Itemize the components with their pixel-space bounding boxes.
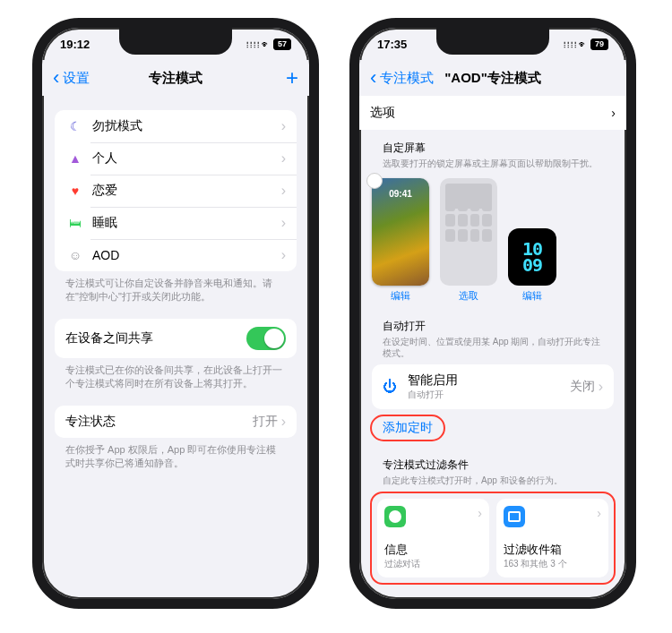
status-time: 19:12 xyxy=(60,38,90,51)
chevron-right-icon: › xyxy=(281,150,286,167)
messages-app-icon xyxy=(384,506,406,527)
face-icon: ☺ xyxy=(65,248,85,262)
chevron-right-icon: › xyxy=(599,379,603,395)
chevron-right-icon: › xyxy=(611,106,616,120)
battery-icon: 57 xyxy=(273,38,291,50)
auto-open-desc: 在设定时间、位置或使用某 App 期间，自动打开此专注模式。 xyxy=(359,336,626,364)
phone-right: 17:35 ⁞⁞⁞⁞ ᯤ 79 专注模式 "AOD"专注模式 选项 › 自定屏幕 xyxy=(349,18,636,609)
add-button[interactable]: + xyxy=(286,67,298,89)
signal-icon: ⁞⁞⁞⁞ ᯤ xyxy=(563,39,587,49)
mode-personal[interactable]: ▲ 个人 › xyxy=(55,142,297,175)
person-icon: ▲ xyxy=(65,151,85,166)
back-button[interactable]: 专注模式 xyxy=(370,70,434,87)
focus-modes-list: ☾ 勿扰模式 › ▲ 个人 › ♥ 恋爱 › xyxy=(55,110,297,271)
modes-footer: 专注模式可让你自定设备并静音来电和通知。请在"控制中心"打开或关闭此功能。 xyxy=(55,271,297,304)
auto-open-header: 自动打开 xyxy=(359,308,626,336)
phone-left: 19:12 ⁞⁞⁞⁞ ᯤ 57 设置 专注模式 + ☾ 勿扰模式 xyxy=(32,18,319,609)
custom-screens-row: 编辑 选取 10 09 xyxy=(359,175,626,308)
chevron-right-icon: › xyxy=(281,118,286,134)
moon-icon: ☾ xyxy=(65,119,85,133)
filters-highlight: › 信息 过滤对话 › 过滤收件箱 xyxy=(370,492,616,585)
smart-activation-row[interactable]: ⏻ 智能启用 自动打开 关闭 › xyxy=(372,364,614,409)
chevron-right-icon: › xyxy=(478,506,482,520)
lock-screen-item[interactable]: 编辑 xyxy=(372,178,429,303)
focus-status-row[interactable]: 专注状态 打开 › xyxy=(55,406,297,438)
mode-aod[interactable]: ☺ AOD › xyxy=(55,239,297,271)
status-footer: 在你授予 App 权限后，App 即可在你使用专注模式时共享你已将通知静音。 xyxy=(55,438,297,471)
nav-bar: 设置 专注模式 + xyxy=(42,60,309,96)
chevron-right-icon: › xyxy=(597,506,601,520)
custom-screens-header: 自定屏幕 xyxy=(359,130,626,158)
home-screen-item[interactable]: 选取 xyxy=(440,178,497,303)
battery-icon: 79 xyxy=(590,38,608,50)
notch xyxy=(119,28,232,55)
custom-screens-desc: 选取要打开的锁定屏幕或主屏幕页面以帮助限制干扰。 xyxy=(359,158,626,175)
power-icon: ⏻ xyxy=(383,379,399,395)
add-schedule-button[interactable]: 添加定时 xyxy=(370,415,445,441)
chevron-right-icon: › xyxy=(281,183,286,199)
notch xyxy=(436,28,549,55)
share-footer: 专注模式已在你的设备间共享，在此设备上打开一个专注模式将同时在所有设备上将其打开… xyxy=(55,358,297,391)
bed-icon: 🛏 xyxy=(65,216,85,230)
filters-desc: 自定此专注模式打开时，App 和设备的行为。 xyxy=(359,475,626,492)
chevron-right-icon: › xyxy=(281,247,286,263)
mode-dnd[interactable]: ☾ 勿扰模式 › xyxy=(55,110,297,142)
share-toggle[interactable] xyxy=(246,327,286,350)
filters-header: 专注模式过滤条件 xyxy=(359,447,626,475)
options-row[interactable]: 选项 › xyxy=(359,96,626,130)
filter-messages-card[interactable]: › 信息 过滤对话 xyxy=(377,499,489,577)
chevron-right-icon: › xyxy=(281,215,286,231)
nav-bar: 专注模式 "AOD"专注模式 xyxy=(359,60,626,96)
mode-love[interactable]: ♥ 恋爱 › xyxy=(55,175,297,207)
filter-mail-card[interactable]: › 过滤收件箱 163 和其他 3 个 xyxy=(496,499,608,577)
watch-face-item[interactable]: 10 09 编辑 xyxy=(508,228,556,303)
mail-app-icon xyxy=(504,506,525,527)
back-button[interactable]: 设置 xyxy=(53,70,90,87)
home-screen-preview xyxy=(440,178,497,286)
share-across-devices-row[interactable]: 在设备之间共享 xyxy=(55,319,297,358)
mode-sleep[interactable]: 🛏 睡眠 › xyxy=(55,207,297,239)
signal-icon: ⁞⁞⁞⁞ ᯤ xyxy=(246,39,270,49)
status-time: 17:35 xyxy=(377,38,407,51)
heart-icon: ♥ xyxy=(65,184,85,198)
chevron-right-icon: › xyxy=(281,414,286,430)
lock-screen-preview xyxy=(372,178,429,286)
watch-face-preview: 10 09 xyxy=(508,228,556,286)
